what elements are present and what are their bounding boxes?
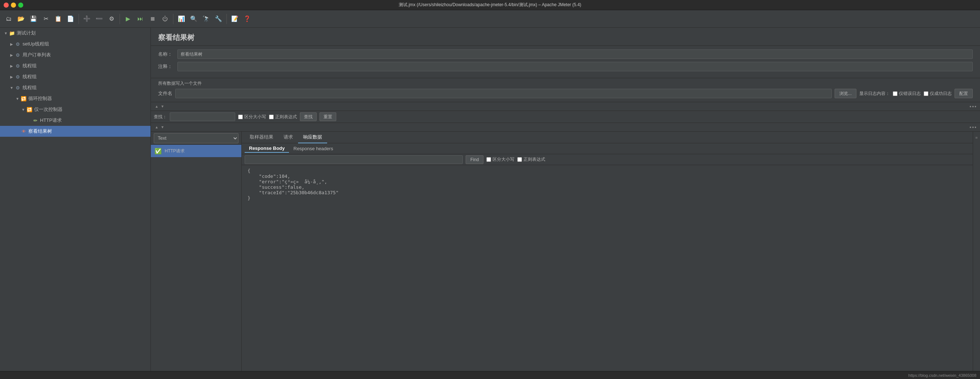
start-no-pause-icon[interactable]: ⏭	[135, 13, 146, 25]
sidebar-label: 循环控制器	[29, 95, 148, 102]
report-icon[interactable]: 📊	[176, 13, 187, 25]
file-input[interactable]	[175, 89, 832, 98]
find-row: Find 区分大小写 正则表达式	[242, 154, 973, 165]
sidebar-item-http-request-nav[interactable]: ▶ ✏ HTTP请求	[0, 115, 151, 126]
gear-icon: ⚙	[14, 84, 21, 91]
name-label: 名称：	[158, 51, 175, 57]
browse-button[interactable]: 浏览...	[835, 89, 856, 98]
arrow-icon: ▶	[9, 74, 14, 80]
tab-request[interactable]: 请求	[278, 132, 298, 143]
search-label: 查找：	[154, 114, 167, 120]
close-button[interactable]	[4, 3, 9, 8]
once-icon: 🔂	[26, 106, 33, 113]
sub-tab-response-headers[interactable]: Response headers	[289, 145, 337, 153]
list-item-label: HTTP请求	[165, 148, 185, 154]
maximize-button[interactable]	[18, 3, 23, 8]
sub-tabs-row: Response Body Response headers	[242, 143, 973, 154]
new-icon[interactable]: 🗂	[3, 13, 14, 25]
remove-icon[interactable]: ➖	[94, 13, 105, 25]
gear-icon: ⚙	[14, 41, 21, 47]
sidebar-label: 线程组	[22, 84, 148, 91]
toolbar-separator-4	[226, 14, 227, 24]
config-button[interactable]: 配置	[955, 89, 973, 98]
find-button-2[interactable]: Find	[466, 155, 484, 164]
window-controls[interactable]	[4, 3, 23, 8]
start-icon[interactable]: ▶	[122, 13, 134, 25]
search-input[interactable]	[170, 112, 235, 121]
arrow-icon: ▼	[21, 107, 26, 112]
stop-icon[interactable]: ⏹	[147, 13, 159, 25]
gear-icon: ⚙	[14, 73, 21, 80]
status-url: https://blog.csdn.net/weixin_43865008	[908, 373, 976, 377]
down-arrow-icon[interactable]	[159, 104, 165, 108]
case-sensitive-label[interactable]: 区分大小写	[238, 114, 266, 120]
copy-icon[interactable]: 📋	[52, 13, 64, 25]
list-panel: Text XML JSON HTML Binary ✅ HTTP请求	[151, 132, 242, 379]
statusbar: https://blog.csdn.net/weixin_43865008	[0, 371, 980, 379]
more-options-icon-2[interactable]: •••	[969, 124, 977, 130]
sidebar-item-thread-group-1[interactable]: ▶ ⚙ 线程组	[0, 61, 151, 71]
sidebar-label: 察看结果树	[29, 128, 148, 135]
find-regex-label[interactable]: 正则表达式	[517, 156, 545, 162]
only-success-checkbox[interactable]	[924, 91, 928, 96]
sidebar-item-setup-group[interactable]: ▶ ⚙ setUp线程组	[0, 38, 151, 49]
find-case-sensitive-label[interactable]: 区分大小写	[486, 156, 514, 162]
regex-checkbox[interactable]	[269, 115, 274, 119]
name-input[interactable]	[177, 49, 973, 59]
template-icon[interactable]: 📝	[229, 13, 241, 25]
only-error-label[interactable]: 仅错误日志	[893, 91, 921, 97]
sidebar-item-once-controller[interactable]: ▼ 🔂 仅一次控制器	[0, 104, 151, 115]
comment-input[interactable]	[177, 62, 973, 71]
response-body: { "code":104, "error":"ç³»ç» å¼-å¸,", "s…	[242, 165, 973, 379]
down-arrow-icon-2[interactable]	[159, 125, 165, 129]
cut-icon[interactable]: ✂	[40, 13, 52, 25]
http-request-list-item[interactable]: ✅ HTTP请求	[151, 145, 241, 157]
only-error-checkbox[interactable]	[893, 91, 897, 96]
minimize-button[interactable]	[11, 3, 16, 8]
name-row: 名称：	[158, 49, 973, 59]
file-section: 所有数据写入一个文件 文件名 浏览... 显示日志内容： 仅错误日志 仅成功日志…	[151, 78, 980, 102]
sub-tab-response-body[interactable]: Response Body	[245, 144, 289, 153]
arrow-icon: ▶	[9, 41, 14, 47]
file-label: 文件名	[158, 90, 172, 97]
sidebar-item-loop-controller[interactable]: ▼ 🔁 循环控制器	[0, 93, 151, 104]
only-success-label[interactable]: 仅成功日志	[924, 91, 951, 97]
sidebar-item-thread-group-2[interactable]: ▶ ⚙ 线程组	[0, 71, 151, 82]
toolbar-separator-2	[119, 14, 120, 24]
help-icon[interactable]: ❓	[241, 13, 253, 25]
reset-button[interactable]: 重置	[320, 112, 336, 121]
browse-icon[interactable]: 🔍	[188, 13, 200, 25]
up-arrow-icon[interactable]	[154, 104, 159, 108]
up-arrow-icon-2[interactable]	[154, 125, 159, 129]
save-icon[interactable]: 💾	[28, 13, 39, 25]
tab-response-data[interactable]: 响应数据	[298, 132, 327, 143]
settings-icon[interactable]: ⚙	[106, 13, 118, 25]
content-area: Text XML JSON HTML Binary ✅ HTTP请求	[151, 132, 980, 379]
arrow-icon: ▶	[9, 63, 14, 69]
remote-icon[interactable]: 🔭	[200, 13, 212, 25]
window-title: 测试.jmx (/Users/shileizhou/Downloads/apac…	[399, 2, 581, 8]
find-regex-checkbox[interactable]	[517, 157, 522, 162]
gear-icon: ⚙	[14, 62, 21, 69]
tab-sampler-result[interactable]: 取样器结果	[245, 132, 278, 143]
add-icon[interactable]: ➕	[81, 13, 93, 25]
regex-label[interactable]: 正则表达式	[269, 114, 297, 120]
shutdown-icon[interactable]: ⏻	[159, 13, 171, 25]
vertical-panel-button[interactable]: ≡	[974, 135, 979, 140]
sidebar-item-view-results[interactable]: ▶ 👁 察看结果树	[0, 126, 151, 137]
paste-icon[interactable]: 📄	[65, 13, 76, 25]
arrow-icon: ▼	[9, 85, 14, 91]
response-body-text: { "code":104, "error":"ç³»ç» å¼-å¸,", "s…	[248, 168, 967, 201]
format-dropdown[interactable]: Text XML JSON HTML Binary	[154, 133, 239, 143]
open-icon[interactable]: 📂	[15, 13, 27, 25]
toolbar-separator-3	[173, 14, 173, 24]
function-icon[interactable]: 🔧	[213, 13, 224, 25]
find-input[interactable]	[245, 155, 463, 164]
find-button[interactable]: 查找	[300, 112, 317, 121]
find-case-sensitive-checkbox[interactable]	[486, 157, 491, 162]
case-sensitive-checkbox[interactable]	[238, 115, 243, 119]
sidebar-item-thread-group-3[interactable]: ▼ ⚙ 线程组	[0, 82, 151, 93]
sidebar-item-test-plan[interactable]: ▼ 📁 测试计划	[0, 28, 151, 38]
sidebar-item-user-order[interactable]: ▶ ⚙ 用户订单列表	[0, 49, 151, 61]
more-options-icon[interactable]: •••	[969, 104, 977, 110]
